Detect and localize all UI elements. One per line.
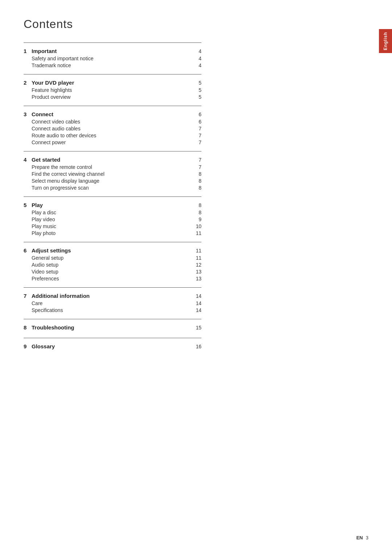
footer-page: 3: [366, 535, 368, 540]
toc-main-page: 16: [194, 344, 201, 349]
toc-sub-title: Select menu display language: [32, 178, 194, 184]
footer: EN 3: [356, 535, 368, 540]
toc-sub-page: 7: [194, 164, 201, 170]
toc-sub-row: General setup11: [24, 255, 201, 261]
toc-sub-row: Connect audio cables7: [24, 126, 201, 131]
toc-main-row: 6Adjust settings11: [24, 247, 201, 254]
toc-sub-title: Connect video cables: [32, 119, 194, 125]
toc-sub-row: Video setup13: [24, 269, 201, 275]
toc-sub-row: Feature highlights5: [24, 87, 201, 93]
toc-sub-page: 7: [194, 139, 201, 145]
footer-lang: EN: [356, 535, 363, 540]
toc-main-title: Troubleshooting: [32, 324, 194, 331]
toc-main-title: Get started: [32, 157, 194, 163]
toc-sub-title: Play music: [32, 223, 194, 229]
toc-main-title: Adjust settings: [32, 247, 194, 254]
toc-main-page: 6: [194, 112, 201, 117]
toc-sub-page: 11: [194, 255, 201, 261]
toc-main-row: 8Troubleshooting15: [24, 324, 201, 331]
toc-sub-row: Turn on progressive scan8: [24, 185, 201, 191]
toc-main-title: Important: [32, 48, 194, 54]
toc-sub-row: Audio setup12: [24, 262, 201, 268]
toc-sub-page: 8: [194, 171, 201, 177]
toc-sub-row: Play music10: [24, 223, 201, 229]
toc-sub-title: Preferences: [32, 276, 194, 281]
toc-main-title: Additional information: [32, 293, 194, 299]
toc-sub-page: 4: [194, 56, 201, 61]
toc-number: 2: [24, 80, 32, 86]
toc-sub-page: 8: [194, 178, 201, 184]
toc-section: 8Troubleshooting15: [24, 319, 201, 338]
toc-sub-title: Safety and important notice: [32, 56, 194, 61]
toc-main-row: 3Connect6: [24, 111, 201, 117]
toc-sub-title: Product overview: [32, 94, 194, 100]
toc-sub-row: Play photo11: [24, 230, 201, 236]
toc-main-page: 4: [194, 48, 201, 54]
toc-number: 4: [24, 157, 32, 163]
toc-section: 5Play8Play a disc8Play video9Play music1…: [24, 197, 201, 242]
toc-sub-page: 13: [194, 276, 201, 281]
toc-main-page: 15: [194, 325, 201, 331]
toc-sub-row: Find the correct viewing channel8: [24, 171, 201, 177]
toc-main-page: 11: [194, 248, 201, 254]
toc-sub-title: Play video: [32, 216, 194, 222]
toc-number: 6: [24, 247, 32, 254]
toc-main-page: 8: [194, 202, 201, 208]
toc-sub-title: Care: [32, 300, 194, 306]
toc-sub-title: Route audio to other devices: [32, 133, 194, 138]
toc-main-row: 2Your DVD player5: [24, 80, 201, 86]
toc-sub-row: Connect video cables6: [24, 119, 201, 125]
toc-sub-page: 9: [194, 216, 201, 222]
toc-sub-title: Feature highlights: [32, 87, 194, 93]
toc-section: 7Additional information14Care14Specifica…: [24, 287, 201, 319]
toc-main-page: 5: [194, 80, 201, 86]
toc-number: 5: [24, 202, 32, 208]
toc-sub-title: Trademark notice: [32, 62, 194, 68]
toc-sub-title: Find the correct viewing channel: [32, 171, 194, 177]
toc-sub-page: 14: [194, 300, 201, 306]
toc-sub-title: Prepare the remote control: [32, 164, 194, 170]
language-tab-text: English: [383, 32, 388, 50]
toc-main-row: 9Glossary16: [24, 343, 201, 349]
toc-main-page: 7: [194, 157, 201, 163]
toc-main-row: 5Play8: [24, 202, 201, 208]
toc-sub-title: Connect power: [32, 139, 194, 145]
toc-sub-row: Specifications14: [24, 307, 201, 313]
toc-sub-row: Care14: [24, 300, 201, 306]
toc-sub-page: 4: [194, 62, 201, 68]
toc-main-title: Connect: [32, 111, 194, 117]
toc-sub-title: Connect audio cables: [32, 126, 194, 131]
toc-sub-page: 7: [194, 133, 201, 138]
toc-sub-page: 5: [194, 94, 201, 100]
toc-sub-page: 12: [194, 262, 201, 268]
toc-main-page: 14: [194, 293, 201, 299]
toc-number: 7: [24, 293, 32, 299]
toc-sub-page: 10: [194, 223, 201, 229]
toc-sub-page: 8: [194, 210, 201, 215]
toc-sub-title: Video setup: [32, 269, 194, 275]
toc-section: 1Important4Safety and important notice4T…: [24, 42, 201, 74]
toc-sub-title: General setup: [32, 255, 194, 261]
toc-section: 6Adjust settings11General setup11Audio s…: [24, 242, 201, 287]
toc-container: 1Important4Safety and important notice4T…: [24, 42, 201, 357]
toc-main-title: Play: [32, 202, 194, 208]
toc-section: 3Connect6Connect video cables6Connect au…: [24, 106, 201, 151]
toc-section: 9Glossary16: [24, 338, 201, 357]
toc-sub-title: Audio setup: [32, 262, 194, 268]
toc-main-row: 1Important4: [24, 48, 201, 54]
toc-section: 4Get started7Prepare the remote control7…: [24, 151, 201, 197]
toc-sub-row: Safety and important notice4: [24, 56, 201, 61]
toc-sub-page: 11: [194, 230, 201, 236]
toc-sub-row: Play video9: [24, 216, 201, 222]
main-content: Contents 1Important4Safety and important…: [0, 0, 225, 378]
toc-sub-title: Turn on progressive scan: [32, 185, 194, 191]
toc-main-title: Your DVD player: [32, 80, 194, 86]
toc-sub-row: Trademark notice4: [24, 62, 201, 68]
toc-main-title: Glossary: [32, 343, 194, 349]
toc-sub-page: 6: [194, 119, 201, 125]
toc-number: 3: [24, 111, 32, 117]
toc-number: 9: [24, 343, 32, 349]
toc-main-row: 4Get started7: [24, 157, 201, 163]
toc-sub-row: Prepare the remote control7: [24, 164, 201, 170]
toc-sub-row: Connect power7: [24, 139, 201, 145]
